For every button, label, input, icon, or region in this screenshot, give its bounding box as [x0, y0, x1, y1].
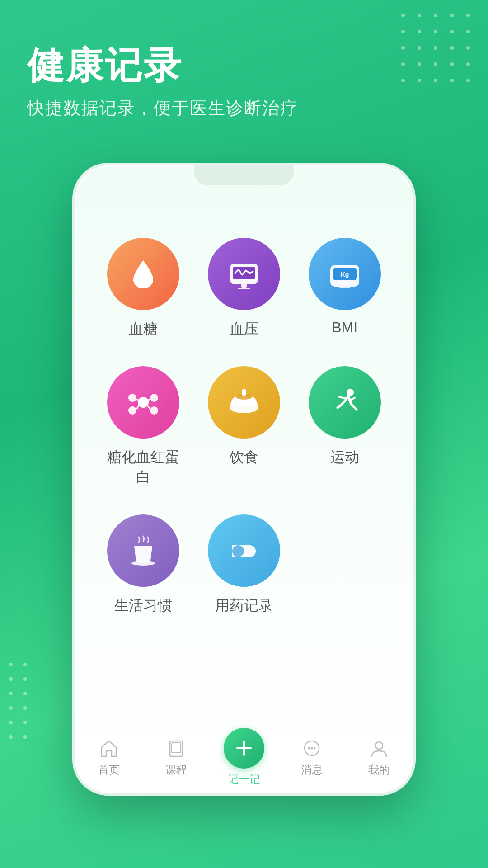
nav-home[interactable]: 首页: [75, 737, 143, 777]
exercise-item[interactable]: 运动: [303, 366, 386, 487]
decoration-dots-left: [9, 663, 30, 741]
svg-rect-2: [241, 284, 247, 288]
diet-label: 饮食: [230, 448, 258, 467]
home-nav-label: 首页: [98, 763, 120, 777]
medication-label: 用药记录: [215, 596, 273, 616]
blood-sugar-label: 血糖: [129, 319, 158, 339]
svg-rect-20: [242, 389, 246, 396]
exercise-label: 运动: [330, 448, 359, 467]
svg-rect-8: [339, 287, 350, 288]
health-icons-grid: 血糖 血压: [102, 238, 386, 616]
blood-sugar-icon-circle: [107, 238, 179, 310]
bowl-icon: [226, 384, 262, 420]
lifestyle-item[interactable]: 生活习惯: [102, 514, 185, 616]
bmi-item[interactable]: Kg BMI: [303, 238, 386, 339]
hba1c-icon-circle: [107, 366, 179, 439]
svg-point-10: [128, 394, 136, 402]
decoration-dots-right: [401, 14, 474, 87]
bottom-navigation: 首页 课程 记一: [75, 730, 413, 793]
run-icon: [327, 384, 363, 420]
course-nav-label: 课程: [165, 763, 187, 777]
header: 健康记录 快捷数据记录，便于医生诊断治疗: [27, 45, 298, 120]
phone-mockup: 血糖 血压: [72, 163, 416, 796]
course-icon: [166, 738, 186, 758]
svg-point-34: [313, 747, 315, 749]
medication-icon-circle: [208, 514, 280, 587]
diet-icon-circle: [208, 366, 280, 439]
record-nav-label: 记一记: [228, 772, 260, 787]
pill-icon: [226, 533, 262, 569]
svg-rect-25: [232, 545, 244, 557]
page-subtitle: 快捷数据记录，便于医生诊断治疗: [27, 97, 298, 120]
blood-pressure-item[interactable]: 血压: [203, 238, 286, 339]
page-title: 健康记录: [27, 45, 298, 86]
svg-line-16: [136, 404, 140, 409]
nav-course[interactable]: 课程: [143, 737, 211, 777]
blood-sugar-item[interactable]: 血糖: [102, 238, 185, 339]
bmi-icon-circle: Kg: [309, 238, 381, 310]
hba1c-label: 糖化血红蛋白: [102, 448, 185, 487]
svg-rect-28: [172, 743, 181, 753]
nav-mine[interactable]: 我的: [345, 737, 413, 777]
home-nav-icon: [98, 737, 120, 759]
cup-icon: [125, 533, 161, 569]
record-center-button[interactable]: [224, 728, 264, 769]
message-icon: [302, 738, 322, 758]
lifestyle-label: 生活习惯: [114, 596, 172, 616]
monitor-icon: [226, 256, 262, 292]
bmi-label: BMI: [332, 319, 357, 336]
person-icon: [369, 738, 389, 758]
exercise-icon-circle: [309, 366, 381, 439]
blood-pressure-label: 血压: [230, 319, 258, 339]
mine-nav-label: 我的: [368, 763, 390, 777]
home-icon: [99, 738, 119, 758]
phone-frame: 血糖 血压: [72, 163, 416, 796]
phone-notch: [194, 165, 294, 185]
molecule-icon: [125, 384, 161, 420]
nav-message[interactable]: 消息: [278, 737, 346, 777]
lifestyle-icon-circle: [107, 514, 179, 587]
svg-text:Kg: Kg: [340, 271, 349, 278]
message-nav-icon: [301, 737, 323, 759]
scale-icon: Kg: [327, 256, 363, 292]
svg-point-21: [347, 389, 354, 396]
nav-record[interactable]: 记一记: [210, 728, 278, 787]
diet-item[interactable]: 饮食: [203, 366, 286, 487]
mine-nav-icon: [368, 737, 390, 759]
blood-pressure-icon-circle: [208, 238, 280, 310]
svg-point-7: [343, 282, 347, 286]
hba1c-item[interactable]: 糖化血红蛋白: [102, 366, 185, 487]
phone-inner: 血糖 血压: [75, 193, 413, 793]
svg-point-12: [128, 406, 136, 415]
svg-line-17: [146, 404, 150, 409]
medication-item[interactable]: 用药记录: [203, 514, 286, 616]
svg-point-32: [308, 747, 310, 749]
drop-icon: [125, 256, 161, 292]
message-nav-label: 消息: [301, 763, 323, 777]
svg-point-9: [138, 397, 149, 408]
svg-point-11: [150, 394, 158, 402]
plus-icon: [233, 737, 255, 760]
svg-point-22: [131, 561, 155, 566]
svg-point-35: [375, 742, 383, 749]
course-nav-icon: [165, 737, 187, 759]
svg-point-13: [150, 406, 158, 415]
svg-rect-3: [238, 288, 250, 289]
svg-point-33: [310, 747, 313, 749]
